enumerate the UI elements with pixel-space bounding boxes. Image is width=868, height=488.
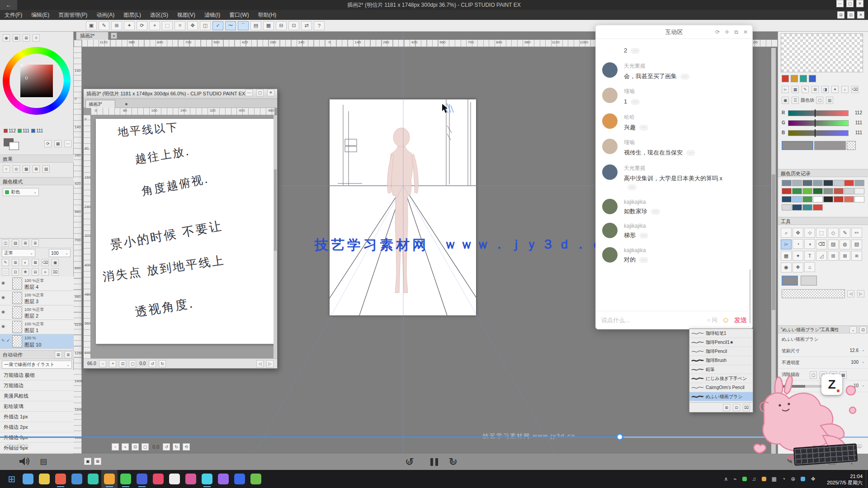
toolbar-icon[interactable]: ⇄: [301, 21, 312, 30]
panel-icon[interactable]: ≣: [65, 351, 72, 358]
panel-icon[interactable]: ◫: [2, 239, 9, 247]
taskbar-app[interactable]: [36, 470, 52, 488]
panel-icon[interactable]: ⊡: [132, 443, 139, 450]
history-color[interactable]: [823, 180, 833, 186]
floating-window-titlebar[interactable]: 插画3* (明信片 1181 x 1748px 300dpi 66.0%) - …: [84, 89, 277, 99]
history-color[interactable]: [792, 188, 802, 194]
panel-icon[interactable]: ⊠: [32, 259, 39, 266]
tool-icon[interactable]: ≋: [851, 251, 862, 261]
toolbar-icon[interactable]: ✎: [99, 21, 109, 30]
message-menu-icon[interactable]: ⋯: [639, 125, 648, 131]
panel-icon[interactable]: ⊞: [94, 458, 101, 465]
panel-icon[interactable]: ⊟: [32, 268, 39, 276]
tab-close-icon[interactable]: ✕: [111, 33, 117, 39]
panel-icon[interactable]: ▢: [142, 443, 149, 450]
brush-item[interactable]: 珈琲Brush: [689, 356, 753, 365]
layer-row[interactable]: ◉100 %正常图层 4: [0, 277, 74, 291]
toolbar-icon[interactable]: ✥: [187, 21, 198, 30]
document-tab[interactable]: 插画2*: [76, 32, 108, 40]
visibility-icon[interactable]: ◉: [1, 281, 5, 285]
message-menu-icon[interactable]: ⋯: [680, 74, 689, 80]
panel-icon[interactable]: —: [245, 89, 253, 96]
panel-icon[interactable]: ⌄: [849, 326, 857, 333]
toolbar-icon[interactable]: ▤: [250, 21, 261, 30]
history-color[interactable]: [844, 180, 854, 186]
color-chip[interactable]: [800, 75, 807, 82]
panel-icon[interactable]: ⌕: [841, 86, 849, 93]
history-color[interactable]: [854, 188, 864, 194]
tool-icon[interactable]: ⊞: [828, 251, 839, 261]
history-color[interactable]: [813, 188, 823, 194]
panel-icon[interactable]: ✕: [267, 89, 274, 96]
brush-item[interactable]: 珈琲Pencil1★: [689, 338, 753, 347]
message-menu-icon[interactable]: ⋯: [639, 233, 648, 239]
panel-icon[interactable]: ○: [3, 165, 10, 173]
panel-icon[interactable]: ▢: [256, 89, 264, 96]
show-desktop-button[interactable]: [866, 470, 868, 488]
history-color[interactable]: [834, 180, 844, 186]
panel-icon[interactable]: ↺: [149, 360, 156, 367]
avatar[interactable]: [602, 223, 618, 238]
history-color[interactable]: [834, 196, 844, 202]
history-color[interactable]: [823, 196, 833, 202]
floating-document-window[interactable]: 插画3* (明信片 1181 x 1748px 300dpi 66.0%) - …: [83, 89, 278, 369]
taskbar-clock[interactable]: 21:04 2025/7/5 星期六: [827, 473, 863, 486]
panel-icon[interactable]: ＋: [122, 443, 129, 450]
avatar[interactable]: [602, 164, 618, 180]
color-chip[interactable]: [809, 75, 816, 82]
panel-icon[interactable]: ⟳: [44, 140, 52, 147]
rewind-10-button[interactable]: ↺10: [405, 455, 414, 468]
progress-handle[interactable]: [616, 433, 623, 441]
panel-icon[interactable]: ▦: [13, 34, 20, 42]
layer-row[interactable]: ◉100 %正常图层 3: [0, 291, 74, 305]
brush-item[interactable]: 珈琲Pencil: [689, 347, 753, 356]
taskbar-app[interactable]: [69, 470, 85, 488]
panel-icon[interactable]: ⊡: [12, 268, 19, 276]
auto-action-item[interactable]: 外描边 2px: [0, 422, 74, 432]
menu-item[interactable]: 页面管理(P): [54, 10, 92, 20]
tool-icon[interactable]: ✎: [840, 228, 850, 238]
toolbar-icon[interactable]: ✓: [212, 21, 223, 30]
history-color[interactable]: [813, 196, 823, 202]
panel-icon[interactable]: ◨: [821, 86, 829, 93]
channel-slider[interactable]: [788, 130, 849, 136]
panel-icon[interactable]: ⊞: [12, 259, 19, 266]
panel-icon[interactable]: ⟲: [183, 443, 190, 450]
panel-icon[interactable]: ▢: [846, 0, 854, 7]
panel-icon[interactable]: ▷: [266, 360, 274, 367]
history-color[interactable]: [813, 204, 823, 211]
taskbar-app[interactable]: [166, 470, 183, 488]
channel-slider[interactable]: [788, 120, 849, 126]
menu-item[interactable]: 视图(V): [173, 10, 200, 20]
current-color-swatch[interactable]: [782, 141, 813, 150]
tool-icon[interactable]: ✥: [793, 228, 803, 238]
panel-icon[interactable]: ⌫: [42, 259, 49, 266]
tray-icon[interactable]: ❖: [811, 476, 816, 482]
history-color[interactable]: [854, 196, 864, 202]
ask-toggle[interactable]: ○ 问: [707, 316, 717, 324]
message-menu-icon[interactable]: ⋯: [639, 257, 648, 263]
pause-button[interactable]: [430, 458, 438, 466]
menu-item[interactable]: 图层(L): [119, 10, 146, 20]
panel-icon[interactable]: ⊡: [859, 326, 867, 333]
message-menu-icon[interactable]: ⋯: [631, 48, 640, 54]
tool-icon[interactable]: ◿: [816, 251, 827, 261]
menu-item[interactable]: 帮助(H): [254, 10, 281, 20]
channel-slider[interactable]: [788, 110, 849, 116]
menu-item[interactable]: 文件(F): [0, 10, 27, 20]
history-color[interactable]: [834, 188, 844, 194]
panel-icon[interactable]: ✎: [2, 259, 9, 266]
panel-icon[interactable]: ⬚: [2, 268, 9, 276]
tool-icon[interactable]: ◑: [804, 239, 815, 249]
tray-icon[interactable]: ⊕: [791, 476, 795, 482]
panel-icon[interactable]: ⊞: [723, 404, 730, 411]
sv-square[interactable]: [20, 65, 53, 97]
panel-icon[interactable]: ▥: [826, 97, 833, 104]
blend-mode-dropdown[interactable]: 正常 ⌄: [2, 249, 35, 257]
brush-item[interactable]: 珈琲铅笔1: [689, 329, 753, 338]
taskbar-app[interactable]: [101, 470, 118, 488]
secondary-gray-swatch[interactable]: [801, 276, 817, 286]
panel-icon[interactable]: ✕: [743, 29, 748, 35]
auto-action-preset-dropdown[interactable]: 一発で線画付きイラスト ⌄: [2, 361, 72, 369]
tool-icon[interactable]: ▨: [828, 239, 839, 249]
